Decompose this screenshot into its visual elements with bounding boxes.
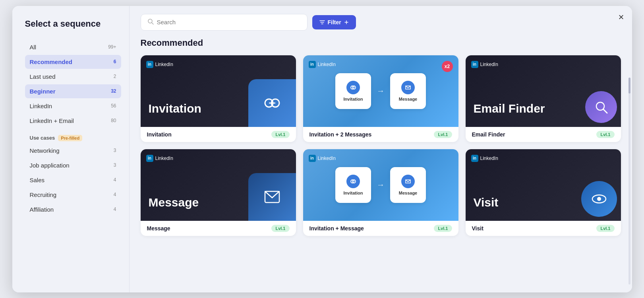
sidebar-item-badge: 6 (114, 59, 116, 64)
linkedin-icon: in (471, 61, 478, 68)
sidebar-item-badge: 4 (114, 192, 116, 197)
step-label: Message (399, 191, 417, 195)
card-name: Email Finder (472, 131, 505, 138)
card-footer: Invitation Lvl.1 (141, 127, 296, 142)
sidebar-item-last-used[interactable]: Last used 2 (25, 70, 121, 84)
sidebar-item-label: Sales (30, 177, 45, 183)
card-email-finder[interactable]: in LinkedIn Email Finder Em (466, 55, 621, 142)
visit-icon (581, 181, 617, 217)
sidebar-item-badge: 80 (111, 118, 116, 123)
sidebar-item-recommended[interactable]: Recommended 6 (25, 55, 121, 69)
section-heading: Recommended (141, 38, 621, 48)
message-step-icon (401, 81, 415, 94)
linkedin-icon: in (309, 61, 316, 68)
card-name: Invitation (147, 131, 172, 138)
two-step-container: Invitation → Message (335, 73, 426, 109)
two-step-container: Invitation → Message (335, 167, 426, 203)
scrollbar-track (629, 78, 630, 284)
card-name: Invitation + 2 Messages (309, 131, 372, 138)
sidebar-item-linkedin[interactable]: LinkedIn 56 (25, 99, 121, 113)
linkedin-label: in LinkedIn (146, 155, 173, 162)
card-message[interactable]: in LinkedIn Message Message Lvl.1 (141, 149, 296, 236)
linkedin-icon: in (146, 155, 153, 162)
svg-line-13 (603, 109, 607, 113)
card-invitation[interactable]: in LinkedIn Invitation Invitation Lv (141, 55, 296, 142)
plus-icon (344, 20, 349, 25)
sidebar-item-badge: 4 (114, 177, 116, 183)
use-cases-label: Use cases (30, 135, 55, 141)
sidebar-item-job-application[interactable]: Job application 3 (25, 158, 121, 172)
search-icon (147, 18, 154, 26)
card-preview-invitation-2: in LinkedIn x2 Invitation (303, 55, 458, 127)
main-content: Filter Recommended in LinkedIn Invitatio… (130, 6, 632, 292)
use-cases-section: Use cases Pre-filled (30, 135, 121, 141)
sidebar-item-beginner[interactable]: Beginner 32 (25, 84, 121, 98)
card-visit[interactable]: in LinkedIn Visit Visit Lvl.1 (466, 149, 621, 236)
sidebar-item-label: LinkedIn + Email (30, 117, 74, 124)
linkedin-label: in LinkedIn (309, 155, 336, 162)
sidebar-item-badge: 32 (111, 88, 116, 94)
sidebar-item-sales[interactable]: Sales 4 (25, 173, 121, 187)
level-badge: Lvl.1 (596, 131, 614, 138)
card-title: Email Finder (474, 102, 545, 115)
sidebar-item-label: Recommended (30, 58, 73, 65)
sidebar-item-badge: 3 (114, 148, 116, 153)
filter-button[interactable]: Filter (312, 15, 356, 29)
linkedin-icon: in (471, 155, 478, 162)
card-preview-invitation: in LinkedIn Invitation (141, 55, 296, 127)
card-footer: Email Finder Lvl.1 (466, 127, 621, 142)
linkedin-label: in LinkedIn (146, 61, 173, 68)
svg-line-1 (152, 23, 153, 24)
sidebar-item-badge: 99+ (108, 44, 116, 50)
card-footer: Invitation + Message Lvl.1 (303, 221, 458, 236)
linkedin-text: LinkedIn (318, 156, 336, 161)
sidebar-item-label: Beginner (30, 88, 56, 95)
step-arrow: → (377, 180, 385, 189)
sidebar-item-label: Affiliation (30, 206, 54, 213)
card-icon (248, 173, 296, 221)
sidebar-item-label: All (30, 44, 37, 51)
message-step-icon (401, 175, 415, 188)
sidebar-item-badge: 4 (114, 206, 116, 212)
sidebar-item-all[interactable]: All 99+ (25, 40, 121, 54)
sidebar-item-networking[interactable]: Networking 3 (25, 144, 121, 158)
step-invitation: Invitation (335, 73, 371, 109)
step-label: Message (399, 97, 417, 101)
sidebar-item-badge: 3 (114, 162, 116, 168)
step-arrow: → (377, 86, 385, 95)
linkedin-text: LinkedIn (155, 62, 173, 67)
card-name: Message (147, 225, 170, 232)
linkedin-text: LinkedIn (155, 156, 173, 161)
step-message: Message (390, 167, 426, 203)
svg-point-18 (597, 197, 601, 201)
x2-badge: x2 (442, 61, 453, 72)
sidebar-item-recruiting[interactable]: Recruiting 4 (25, 188, 121, 202)
card-footer: Visit Lvl.1 (466, 221, 621, 236)
sidebar-item-label: Networking (30, 147, 60, 154)
linkedin-text: LinkedIn (480, 156, 498, 161)
top-bar: Filter (141, 14, 621, 31)
search-input[interactable] (157, 19, 301, 25)
level-badge: Lvl.1 (434, 225, 452, 232)
level-badge: Lvl.1 (596, 225, 614, 232)
sidebar-item-linkedin-email[interactable]: LinkedIn + Email 80 (25, 114, 121, 128)
linkedin-text: LinkedIn (480, 62, 498, 67)
sidebar-item-label: Job application (30, 162, 70, 169)
linkedin-label: in LinkedIn (471, 61, 498, 68)
modal-title: Select a sequence (25, 19, 121, 29)
pre-filled-badge: Pre-filled (58, 135, 82, 141)
card-invitation-message[interactable]: in LinkedIn Invitation (303, 149, 458, 236)
step-label: Invitation (344, 97, 363, 101)
search-box[interactable] (141, 14, 307, 31)
linkedin-label: in LinkedIn (471, 155, 498, 162)
sidebar: Select a sequence All 99+ Recommended 6 … (12, 6, 130, 292)
linkedin-text: LinkedIn (318, 62, 336, 67)
step-invitation: Invitation (335, 167, 371, 203)
close-button[interactable]: × (618, 12, 624, 22)
card-invitation-2-messages[interactable]: in LinkedIn x2 Invitation (303, 55, 458, 142)
sidebar-item-affiliation[interactable]: Affiliation 4 (25, 203, 121, 216)
card-preview-email-finder: in LinkedIn Email Finder (466, 55, 621, 127)
card-preview-visit: in LinkedIn Visit (466, 149, 621, 221)
scrollbar-thumb (629, 78, 630, 93)
filter-label: Filter (328, 19, 341, 25)
